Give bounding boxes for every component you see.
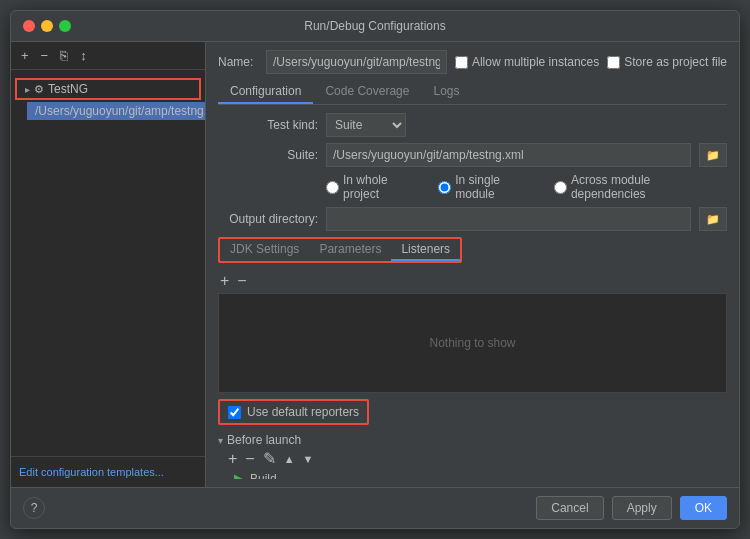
cancel-button[interactable]: Cancel	[536, 496, 603, 520]
maximize-button[interactable]	[59, 20, 71, 32]
main-content: + − ⎘ ↕ ⚙ TestNG /Users/yuguoyun/git/amp…	[11, 42, 739, 487]
build-label: Build	[250, 472, 277, 480]
before-launch-label: Before launch	[227, 433, 301, 447]
test-kind-label: Test kind:	[218, 118, 318, 132]
tree-group-header[interactable]: ⚙ TestNG	[15, 78, 201, 100]
scope-row: In whole project In single module Across…	[326, 173, 727, 201]
tree-item-config[interactable]: /Users/yuguoyun/git/amp/testng.xml	[27, 102, 205, 120]
inner-tab-jdk-settings[interactable]: JDK Settings	[220, 239, 309, 261]
bottom-buttons: Cancel Apply OK	[536, 496, 727, 520]
output-dir-browse-button[interactable]: 📁	[699, 207, 727, 231]
before-launch-remove-button[interactable]: −	[243, 451, 256, 467]
sidebar: + − ⎘ ↕ ⚙ TestNG /Users/yuguoyun/git/amp…	[11, 42, 206, 487]
test-kind-select[interactable]: Suite	[326, 113, 406, 137]
name-row: Name: Allow multiple instances Store as …	[218, 50, 727, 74]
bottom-bar: ? Cancel Apply OK	[11, 487, 739, 528]
store-as-project-checkbox[interactable]	[607, 56, 620, 69]
inner-tab-parameters[interactable]: Parameters	[309, 239, 391, 261]
inner-tabs-wrapper: JDK Settings Parameters Listeners	[218, 237, 462, 263]
across-module-label: Across module dependencies	[554, 173, 727, 201]
sidebar-toolbar: + − ⎘ ↕	[11, 42, 205, 70]
tab-configuration[interactable]: Configuration	[218, 80, 313, 104]
suite-browse-button[interactable]: 📁	[699, 143, 727, 167]
before-launch-edit-button[interactable]: ✎	[261, 451, 278, 467]
build-item: ▶ Build	[234, 471, 727, 479]
inner-tabs-container: JDK Settings Parameters Listeners	[218, 237, 727, 269]
before-launch-down-button[interactable]: ▼	[301, 454, 316, 465]
before-launch-header: Before launch	[218, 433, 727, 447]
allow-multiple-label: Allow multiple instances	[455, 55, 599, 69]
testng-icon: ⚙	[34, 83, 44, 96]
chevron-right-icon	[25, 84, 30, 95]
ok-button[interactable]: OK	[680, 496, 727, 520]
store-as-project-label: Store as project file	[607, 55, 727, 69]
copy-config-button[interactable]: ⎘	[56, 46, 72, 65]
dialog-title: Run/Debug Configurations	[304, 19, 445, 33]
move-config-button[interactable]: ↕	[76, 46, 91, 65]
use-default-reporters-label: Use default reporters	[247, 405, 359, 419]
apply-button[interactable]: Apply	[612, 496, 672, 520]
test-kind-row: Test kind: Suite	[218, 113, 727, 137]
help-button[interactable]: ?	[23, 497, 45, 519]
listeners-panel: Nothing to show	[218, 293, 727, 393]
sidebar-footer: Edit configuration templates...	[11, 456, 205, 487]
edit-templates-link[interactable]: Edit configuration templates...	[19, 466, 164, 478]
suite-row: Suite: 📁	[218, 143, 727, 167]
remove-listener-button[interactable]: −	[235, 273, 248, 289]
suite-label: Suite:	[218, 148, 318, 162]
output-dir-row: Output directory: 📁	[218, 207, 727, 231]
title-bar: Run/Debug Configurations	[11, 11, 739, 42]
tab-logs[interactable]: Logs	[421, 80, 471, 104]
inner-tab-listeners[interactable]: Listeners	[391, 239, 460, 261]
suite-input[interactable]	[326, 143, 691, 167]
nothing-to-show-text: Nothing to show	[429, 336, 515, 350]
in-whole-project-label: In whole project	[326, 173, 426, 201]
minimize-button[interactable]	[41, 20, 53, 32]
build-icon: ▶	[234, 471, 244, 479]
before-launch-toolbar: + − ✎ ▲ ▼	[226, 451, 727, 467]
main-tabs: Configuration Code Coverage Logs	[218, 80, 727, 105]
use-default-reporters-wrapper: Use default reporters	[218, 399, 369, 425]
allow-multiple-checkbox[interactable]	[455, 56, 468, 69]
name-label: Name:	[218, 55, 258, 69]
in-single-module-label: In single module	[438, 173, 542, 201]
listeners-toolbar: + −	[218, 273, 727, 289]
name-input[interactable]	[266, 50, 447, 74]
add-config-button[interactable]: +	[17, 46, 33, 65]
close-button[interactable]	[23, 20, 35, 32]
tab-code-coverage[interactable]: Code Coverage	[313, 80, 421, 104]
before-launch-up-button[interactable]: ▲	[282, 454, 297, 465]
right-panel: Name: Allow multiple instances Store as …	[206, 42, 739, 487]
before-launch-chevron	[218, 435, 223, 446]
add-listener-button[interactable]: +	[218, 273, 231, 289]
config-section: Test kind: Suite Suite: 📁 In whole proje…	[218, 113, 727, 479]
in-whole-project-radio[interactable]	[326, 181, 339, 194]
across-module-radio[interactable]	[554, 181, 567, 194]
remove-config-button[interactable]: −	[37, 46, 53, 65]
before-launch-add-button[interactable]: +	[226, 451, 239, 467]
output-dir-input[interactable]	[326, 207, 691, 231]
tree-item-label: /Users/yuguoyun/git/amp/testng.xml	[35, 104, 205, 118]
run-debug-dialog: Run/Debug Configurations + − ⎘ ↕ ⚙ TestN…	[10, 10, 740, 529]
tree-group-label: TestNG	[48, 82, 88, 96]
in-single-module-radio[interactable]	[438, 181, 451, 194]
traffic-lights	[23, 20, 71, 32]
use-default-reporters-checkbox[interactable]	[228, 406, 241, 419]
before-launch-section: Before launch + − ✎ ▲ ▼ ▶ Build	[218, 433, 727, 479]
tree-group: ⚙ TestNG /Users/yuguoyun/git/amp/testng.…	[11, 74, 205, 122]
output-dir-label: Output directory:	[218, 212, 318, 226]
sidebar-content: ⚙ TestNG /Users/yuguoyun/git/amp/testng.…	[11, 70, 205, 456]
